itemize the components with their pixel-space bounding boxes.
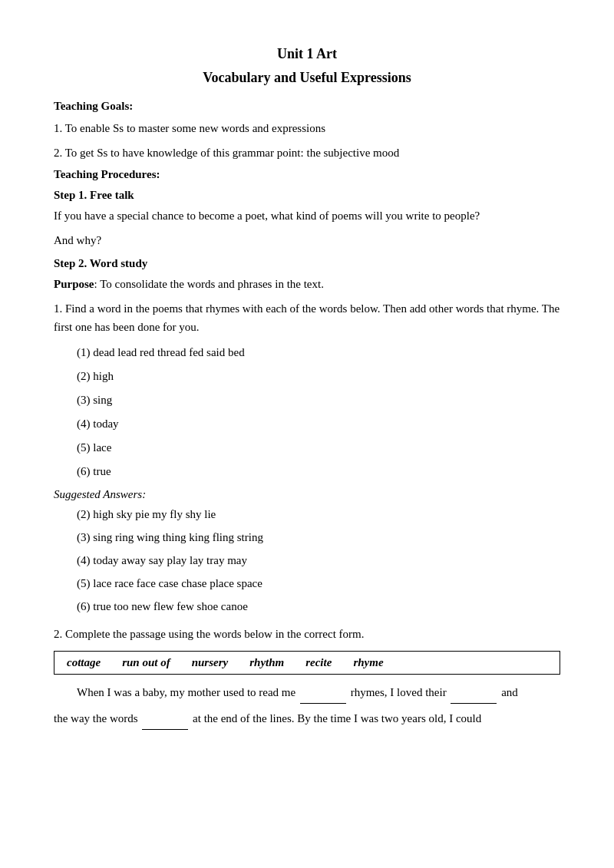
page-title: Unit 1 Art xyxy=(54,46,560,62)
fill-paragraph-1: When I was a baby, my mother used to rea… xyxy=(77,682,560,704)
page-subtitle: Vocabulary and Useful Expressions xyxy=(54,70,560,86)
rhyme-item-5: (5) lace xyxy=(77,437,560,458)
teaching-goals-heading: Teaching Goals: xyxy=(54,100,560,113)
step2-instruction: 1. Find a word in the poems that rhymes … xyxy=(54,299,560,336)
purpose-bold: Purpose xyxy=(54,278,94,290)
teaching-procedures-heading: Teaching Procedures: xyxy=(54,168,560,181)
rhyme-item-3: (3) sing xyxy=(77,390,560,411)
teaching-goal-1: 1. To enable Ss to master some new words… xyxy=(54,119,560,137)
fill-text-2: rhymes, I loved their xyxy=(348,686,449,698)
rhyme-item-4: (4) today xyxy=(77,414,560,434)
fill-blank-1 xyxy=(300,682,346,704)
word-box-item-1: cottage xyxy=(67,656,101,669)
purpose-text: : To consolidate the words and phrases i… xyxy=(94,278,324,290)
fill-text-4: the way the words xyxy=(54,712,140,724)
word-box: cottage run out of nursery rhythm recite… xyxy=(54,651,560,675)
step2-heading: Step 2. Word study xyxy=(54,257,560,270)
suggested-item-5: (6) true too new flew few shoe canoe xyxy=(77,596,560,617)
fill-text-5: at the end of the lines. By the time I w… xyxy=(190,712,481,724)
step1-line1: If you have a special chance to become a… xyxy=(54,206,560,225)
suggested-item-4: (5) lace race face case chase place spac… xyxy=(77,573,560,594)
word-box-item-5: recite xyxy=(305,656,332,669)
rhyme-item-1: (1) dead lead red thread fed said bed xyxy=(77,342,560,363)
rhyme-item-6: (6) true xyxy=(77,461,560,482)
step1-line2: And why? xyxy=(54,231,560,249)
step3-instruction: 2. Complete the passage using the words … xyxy=(54,625,560,643)
step1-heading: Step 1. Free talk xyxy=(54,189,560,202)
suggested-answers-label: Suggested Answers: xyxy=(54,488,560,501)
word-box-item-4: rhythm xyxy=(249,656,284,669)
fill-blank-2 xyxy=(451,682,497,704)
fill-text-3: and xyxy=(498,686,517,698)
suggested-item-3: (4) today away say play lay tray may xyxy=(77,550,560,571)
word-box-item-2: run out of xyxy=(122,656,170,669)
rhyme-item-2: (2) high xyxy=(77,366,560,387)
word-box-item-3: nursery xyxy=(192,656,229,669)
word-box-item-6: rhyme xyxy=(353,656,383,669)
fill-text-1: When I was a baby, my mother used to rea… xyxy=(77,686,299,698)
step2-purpose: Purpose: To consolidate the words and ph… xyxy=(54,275,560,293)
suggested-item-2: (3) sing ring wing thing king fling stri… xyxy=(77,527,560,548)
suggested-item-1: (2) high sky pie my fly shy lie xyxy=(77,504,560,525)
fill-paragraph-2: the way the words at the end of the line… xyxy=(54,708,560,730)
teaching-goal-2: 2. To get Ss to have knowledge of this g… xyxy=(54,144,560,162)
fill-blank-3 xyxy=(142,708,188,730)
